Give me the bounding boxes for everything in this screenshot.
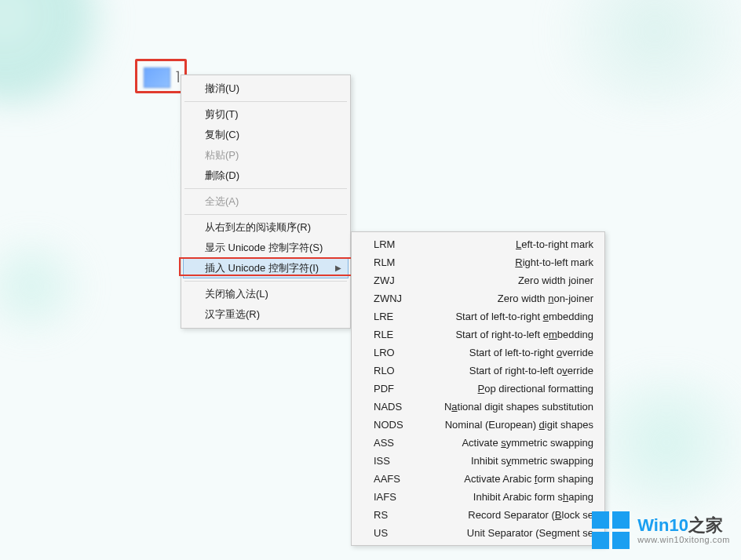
- submenu-abbr: LRO: [374, 346, 418, 359]
- submenu-abbr: ZWJ: [374, 274, 418, 287]
- submenu-item[interactable]: IAFSInhibit Arabic form shaping: [353, 488, 603, 506]
- menu-separator: [184, 188, 347, 189]
- unicode-submenu: LRMLeft-to-right markRLMRight-to-left ma…: [351, 231, 605, 546]
- submenu-abbr: NADS: [374, 400, 418, 413]
- menu-separator: [184, 214, 347, 215]
- submenu-abbr: AAFS: [374, 472, 418, 485]
- submenu-desc: Inhibit Arabic form shaping: [418, 490, 593, 504]
- submenu-desc: Right-to-left mark: [418, 256, 593, 269]
- submenu-abbr: ASS: [374, 436, 418, 449]
- submenu-item[interactable]: AAFSActivate Arabic form shaping: [353, 470, 603, 488]
- rename-caret: ⌉: [175, 69, 180, 84]
- submenu-item[interactable]: LROStart of left-to-right override: [353, 344, 603, 362]
- menu-item[interactable]: 复制(C): [183, 125, 349, 145]
- submenu-item[interactable]: ZWNJZero width non-joiner: [353, 289, 603, 307]
- brand-title: Win10之家: [637, 515, 730, 535]
- menu-item[interactable]: 显示 Unicode 控制字符(S): [183, 238, 349, 258]
- submenu-desc: Zero width joiner: [418, 274, 593, 287]
- submenu-item[interactable]: LREStart of left-to-right embedding: [353, 307, 603, 325]
- menu-item[interactable]: 从右到左的阅读顺序(R): [183, 217, 349, 238]
- menu-item[interactable]: 删除(D): [183, 165, 349, 186]
- submenu-abbr: RLM: [374, 256, 418, 269]
- submenu-item[interactable]: RSRecord Separator (Block se: [353, 506, 603, 524]
- submenu-desc: Activate symmetric swapping: [418, 436, 593, 449]
- windows-logo-icon: [592, 511, 630, 549]
- menu-item: 粘贴(P): [183, 145, 349, 165]
- submenu-abbr: RLO: [374, 364, 418, 377]
- submenu-item[interactable]: NADSNational digit shapes substitution: [353, 398, 603, 416]
- submenu-item[interactable]: NODSNominal (European) digit shapes: [353, 416, 603, 434]
- watermark-logo: Win10之家 www.win10xitong.com: [592, 511, 730, 549]
- menu-item[interactable]: 撤消(U): [183, 78, 349, 99]
- submenu-item[interactable]: USUnit Separator (Segment se: [353, 524, 603, 542]
- submenu-desc: Activate Arabic form shaping: [418, 472, 593, 485]
- watercolor-blob: [537, 0, 741, 110]
- menu-item[interactable]: 关闭输入法(L): [183, 284, 349, 304]
- submenu-item[interactable]: ZWJZero width joiner: [353, 271, 603, 289]
- submenu-desc: Left-to-right mark: [418, 238, 593, 251]
- brand-url: www.win10xitong.com: [637, 535, 730, 545]
- submenu-desc: Start of left-to-right embedding: [418, 310, 593, 323]
- submenu-abbr: PDF: [374, 382, 418, 395]
- submenu-arrow-icon: ▶: [335, 261, 341, 275]
- submenu-desc: Inhibit symmetric swapping: [418, 454, 593, 467]
- submenu-item[interactable]: ISSInhibit symmetric swapping: [353, 452, 603, 470]
- submenu-desc: Start of right-to-left embedding: [418, 328, 593, 341]
- submenu-abbr: IAFS: [374, 490, 418, 504]
- submenu-abbr: US: [374, 526, 418, 540]
- context-menu: 撤消(U)剪切(T)复制(C)粘贴(P)删除(D)全选(A)从右到左的阅读顺序(…: [181, 75, 351, 329]
- submenu-abbr: ISS: [374, 454, 418, 467]
- submenu-item[interactable]: ASSActivate symmetric swapping: [353, 434, 603, 452]
- submenu-item[interactable]: RLOStart of right-to-left override: [353, 362, 603, 380]
- submenu-desc: Zero width non-joiner: [418, 292, 593, 305]
- submenu-item[interactable]: RLMRight-to-left mark: [353, 253, 603, 271]
- submenu-abbr: NODS: [374, 418, 418, 431]
- submenu-item[interactable]: PDFPop directional formatting: [353, 380, 603, 398]
- watercolor-blob: [0, 0, 118, 110]
- watercolor-blob: [0, 235, 94, 337]
- menu-item[interactable]: 剪切(T): [183, 104, 349, 125]
- submenu-abbr: ZWNJ: [374, 292, 418, 305]
- submenu-desc: Record Separator (Block se: [418, 508, 593, 522]
- submenu-item[interactable]: RLEStart of right-to-left embedding: [353, 325, 603, 344]
- submenu-desc: Unit Separator (Segment se: [418, 526, 593, 540]
- submenu-desc: National digit shapes substitution: [418, 400, 593, 413]
- file-thumbnail: [144, 67, 170, 88]
- menu-item[interactable]: 插入 Unicode 控制字符(I)▶: [183, 258, 349, 278]
- submenu-desc: Start of left-to-right override: [418, 346, 593, 359]
- menu-separator: [184, 101, 347, 102]
- submenu-abbr: LRM: [374, 238, 418, 251]
- menu-separator: [184, 281, 347, 282]
- submenu-desc: Start of right-to-left override: [418, 364, 593, 377]
- desktop-icon-rename[interactable]: ⌉: [135, 59, 187, 93]
- menu-item[interactable]: 汉字重选(R): [183, 304, 349, 325]
- submenu-abbr: RLE: [374, 328, 418, 341]
- submenu-item[interactable]: LRMLeft-to-right mark: [353, 235, 603, 253]
- submenu-abbr: RS: [374, 508, 418, 522]
- submenu-desc: Pop directional formatting: [418, 382, 593, 395]
- submenu-desc: Nominal (European) digit shapes: [418, 418, 593, 431]
- submenu-abbr: LRE: [374, 310, 418, 323]
- menu-item: 全选(A): [183, 191, 349, 212]
